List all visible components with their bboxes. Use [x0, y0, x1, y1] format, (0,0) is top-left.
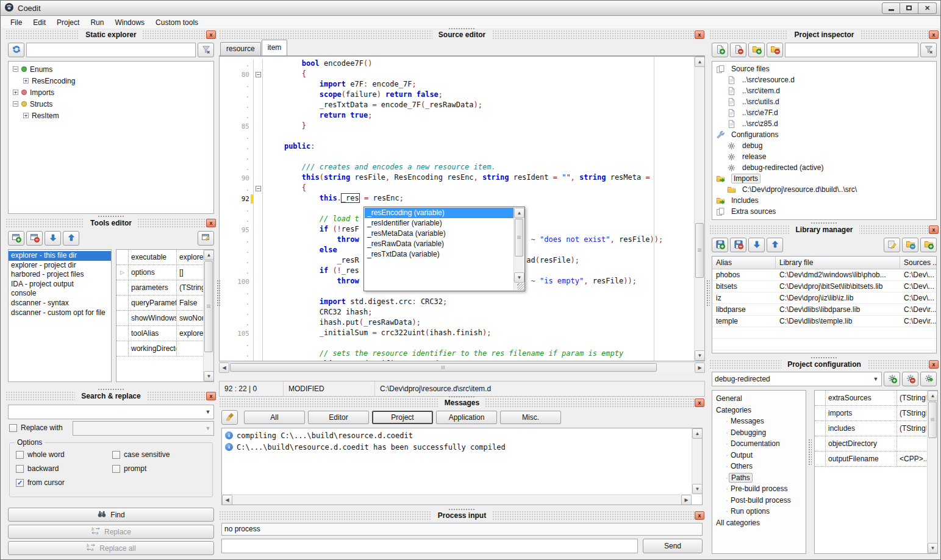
chevron-down-icon[interactable]: ▼: [202, 405, 213, 419]
close-panel-icon[interactable]: x: [929, 30, 939, 39]
clear-filter-button[interactable]: [198, 43, 214, 57]
search-term-combo[interactable]: ▼: [8, 405, 214, 419]
close-panel-icon[interactable]: x: [206, 30, 216, 39]
configuration-grid-scrollbar[interactable]: ▲ ▼: [927, 391, 937, 553]
scroll-up-icon[interactable]: ▲: [695, 57, 705, 67]
tool-item-dscanner-custom-opt-for-file[interactable]: dscanner - custom opt for file: [9, 308, 111, 318]
config-category-output[interactable]: ·Output: [716, 450, 806, 461]
completion-item-residentifier[interactable]: _resIdentifier (variable): [365, 218, 513, 229]
code-line[interactable]: .: [220, 339, 694, 349]
find-button[interactable]: Find: [8, 508, 214, 522]
collapse-icon[interactable]: −: [13, 101, 18, 107]
code-line[interactable]: .: [220, 132, 694, 142]
project-node-src-resource-d[interactable]: ..\src\resource.d: [712, 74, 936, 85]
popup-resize-grip[interactable]: [517, 283, 524, 290]
messages-filter-project[interactable]: Project: [372, 411, 433, 424]
column-splitter-grip[interactable]: [706, 280, 710, 307]
scroll-down-icon[interactable]: ▼: [692, 484, 703, 494]
code-line[interactable]: . CRC32 ihash;: [220, 308, 694, 318]
remove-file-button[interactable]: [730, 43, 746, 57]
process-input-field[interactable]: [221, 539, 638, 553]
code-line[interactable]: . // sets the resource identifier to the…: [220, 349, 694, 360]
remove-library-button[interactable]: [730, 238, 746, 252]
checkbox-prompt[interactable]: [112, 465, 120, 473]
expand-icon[interactable]: +: [13, 90, 18, 95]
fold-collapse-icon[interactable]: −: [256, 186, 261, 191]
messages-filter-editor[interactable]: Editor: [308, 411, 369, 424]
tool-item-console[interactable]: console: [9, 289, 111, 299]
run-tool-button[interactable]: [198, 231, 214, 246]
tree-node-structs[interactable]: −Structs: [9, 98, 213, 110]
send-button[interactable]: Send: [643, 539, 703, 553]
menu-edit[interactable]: Edit: [27, 17, 51, 28]
add-file-button[interactable]: [712, 43, 728, 57]
scroll-left-icon[interactable]: ◀: [219, 363, 229, 373]
property-row-includes[interactable]: includes(TStringList): [815, 421, 927, 436]
property-value[interactable]: (TStringList): [897, 391, 926, 406]
tree-node-resitem[interactable]: +ResItem: [9, 110, 213, 121]
edit-library-button[interactable]: [884, 238, 900, 252]
menu-custom-tools[interactable]: Custom tools: [150, 17, 204, 28]
project-node-extra-sources[interactable]: Extra sources: [712, 206, 936, 217]
symbol-filter-input[interactable]: [26, 43, 196, 57]
property-value[interactable]: (TStringList): [897, 406, 926, 421]
add-library-folder-button[interactable]: [920, 238, 937, 252]
property-row-imports[interactable]: imports(TStringList): [815, 406, 927, 421]
checkbox-case-sensitive[interactable]: [112, 451, 120, 459]
move-library-down-button[interactable]: [748, 238, 765, 252]
scroll-down-icon[interactable]: ▼: [514, 272, 524, 283]
move-tool-up-button[interactable]: [63, 231, 79, 246]
scroll-right-icon[interactable]: ▶: [681, 495, 692, 505]
sync-configuration-button[interactable]: [920, 372, 937, 386]
tool-item-harbored-project-files[interactable]: harbored - project files: [9, 270, 111, 280]
code-line[interactable]: . return true;: [220, 111, 694, 121]
property-value[interactable]: swoNone: [177, 311, 204, 326]
splitter-grip[interactable]: [808, 439, 812, 466]
move-library-up-button[interactable]: [767, 238, 783, 252]
scroll-down-icon[interactable]: ▼: [928, 543, 938, 553]
column-header-alias[interactable]: Alias: [712, 257, 776, 269]
config-category-paths[interactable]: ·Paths: [716, 472, 806, 484]
message-line[interactable]: iC:\...\build\resource.d.coedit has been…: [222, 441, 692, 453]
config-category-documentation[interactable]: ·Documentation: [716, 438, 806, 450]
project-node-src-e7f-d[interactable]: ..\src\e7F.d: [712, 107, 936, 118]
property-row-executable[interactable]: executableexplorer: [116, 250, 203, 265]
tree-node-imports[interactable]: +Imports: [9, 87, 213, 98]
close-panel-icon[interactable]: x: [695, 30, 704, 39]
property-value[interactable]: explorer: [177, 250, 204, 265]
code-line[interactable]: . /// creates and encodes a new resource…: [220, 163, 694, 173]
tool-item-dscanner-syntax[interactable]: dscanner - syntax: [9, 299, 111, 308]
option-whole-word[interactable]: whole word: [16, 450, 110, 459]
project-node-c-dev-dproj-resource-d-build-src[interactable]: C:\Dev\dproj\resource.d\build\..\src\: [712, 184, 936, 195]
expand-icon[interactable]: +: [23, 78, 29, 83]
library-row-phobos[interactable]: phobosC:\Dev\dmd2\windows\lib\phob...C:\…: [712, 269, 936, 281]
close-panel-icon[interactable]: x: [206, 219, 216, 227]
scroll-thumb[interactable]: [230, 363, 657, 372]
scroll-down-icon[interactable]: ▼: [204, 371, 214, 381]
scroll-thumb[interactable]: [515, 219, 523, 257]
menu-run[interactable]: Run: [85, 17, 109, 28]
code-line[interactable]: . bool encodee7F(): [220, 59, 694, 69]
replace-button[interactable]: ba Replace: [8, 525, 214, 539]
editor-tab-item[interactable]: item: [262, 40, 288, 55]
property-value[interactable]: (TStringList): [897, 421, 926, 436]
completion-item-restxtdata[interactable]: _resTxtData (variable): [365, 249, 513, 260]
code-line[interactable]: 80− {: [220, 69, 694, 80]
message-line[interactable]: icompiling C:\...\build\resource.d.coedi…: [222, 430, 692, 441]
code-line[interactable]: . ihash.put(_resRawData);: [220, 318, 694, 328]
add-library-button[interactable]: [712, 238, 728, 252]
code-line[interactable]: . public:: [220, 142, 694, 152]
code-line[interactable]: . _resTxtData = encode_7F(_resRawData);: [220, 101, 694, 111]
property-row-queryparameters[interactable]: queryParametersFalse: [116, 296, 203, 311]
code-line[interactable]: .: [220, 152, 694, 163]
completion-item-resmetadata[interactable]: _resMetaData (variable): [365, 229, 513, 239]
menu-project[interactable]: Project: [51, 17, 85, 28]
messages-filter-application[interactable]: Application: [436, 411, 497, 424]
configuration-combo[interactable]: debug-redirected ▼: [712, 372, 882, 386]
project-node-debug-redirected-active[interactable]: debug-redirected (active): [712, 162, 936, 173]
checkbox-from-cursor[interactable]: ✓: [16, 479, 24, 487]
checkbox-backward[interactable]: [16, 465, 24, 473]
inspector-filter-input[interactable]: [785, 43, 918, 57]
expand-property-icon[interactable]: ▷: [116, 265, 129, 280]
close-panel-icon[interactable]: x: [695, 511, 704, 520]
